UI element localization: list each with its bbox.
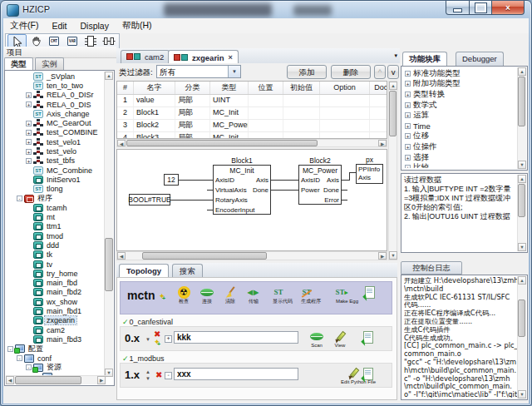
plugin-name-input[interactable] — [174, 331, 298, 344]
console-vertical-scrollbar[interactable]: ▲ ▼ — [517, 276, 526, 399]
tree-item[interactable]: tlong — [6, 185, 106, 194]
expand-toggle-icon[interactable]: + — [405, 155, 411, 161]
fbd-variable-px[interactable]: px PPIInfo Axis — [356, 164, 383, 184]
scroll-left-arrow[interactable]: ◀ — [117, 252, 126, 260]
expand-toggle-icon[interactable]: + — [405, 92, 411, 97]
tree-item[interactable]: main_fbd3 — [6, 334, 106, 344]
title-bar[interactable]: HZICP × — [1, 1, 531, 18]
editor-vertical-scrollbar[interactable]: ▲ ▼ — [388, 81, 397, 260]
tree-item[interactable]: mt — [6, 212, 106, 221]
export-node-file-button[interactable] — [357, 330, 380, 344]
tab-zxgearin[interactable]: zxgearin × — [168, 50, 239, 64]
library-category[interactable]: + Time — [403, 121, 518, 131]
table-row[interactable]: 3 Block2 局部 MC_Power — [117, 120, 387, 132]
scroll-left-arrow[interactable]: ◀ — [117, 140, 126, 146]
library-category[interactable]: + 位移 — [403, 131, 518, 142]
expand-toggle-icon[interactable]: - — [17, 355, 22, 361]
expand-toggle-icon[interactable]: + — [26, 139, 32, 145]
tree-item[interactable]: wx_show — [6, 297, 106, 306]
fbd-canvas[interactable]: 12 BOOL#TRUE Block1 MC_Init AxisIDAxisVi… — [116, 149, 387, 251]
tree-item[interactable]: + MC_GearOut — [6, 118, 106, 127]
add-plugin-icon[interactable]: ✦+ — [159, 292, 165, 300]
tree-item[interactable]: ten_to_two — [6, 81, 106, 90]
expand-toggle-icon[interactable]: + — [405, 71, 411, 77]
scroll-down-arrow[interactable]: ▼ — [518, 161, 526, 169]
move-up-button[interactable]: ^ — [374, 65, 386, 79]
scroll-down-arrow[interactable]: ▼ — [389, 251, 397, 260]
expand-toggle-icon[interactable]: - — [7, 346, 13, 352]
tab-type[interactable]: 类型 — [4, 57, 33, 70]
scroll-right-arrow[interactable]: ▶ — [97, 376, 106, 384]
scroll-up-arrow[interactable]: ▲ — [105, 72, 113, 80]
tree-item[interactable]: + test_velo1 — [6, 137, 106, 146]
tab-debugger[interactable]: Debugger — [456, 52, 504, 66]
fbd-block2-mc-power[interactable]: Block2 MC_Power AxisIDAxisPowerDoneError — [298, 165, 342, 205]
maximize-button[interactable] — [470, 1, 492, 15]
tree-item[interactable]: InitServo1 — [6, 175, 106, 184]
fbd-constant-12[interactable]: 12 — [164, 174, 179, 186]
library-category[interactable]: + 附加功能类型 — [403, 79, 518, 90]
table-row[interactable]: 1 value 局部 UINT — [117, 95, 387, 107]
column-header[interactable]: # — [117, 82, 134, 94]
library-category[interactable]: + 位操作 — [403, 141, 518, 152]
fbd-horizontal-scrollbar[interactable]: ◀ ▶ — [116, 251, 387, 260]
transfer-button[interactable]: ◀▶ 传输 — [242, 285, 265, 304]
close-tab-icon[interactable]: × — [229, 53, 233, 62]
tree-item[interactable]: _SVplan — [6, 72, 106, 81]
export-node-file-button[interactable] — [357, 367, 380, 380]
spinner-down-icon[interactable]: ▼ — [145, 376, 150, 381]
expand-toggle-icon[interactable]: + — [405, 144, 411, 150]
table-horizontal-scrollbar[interactable]: ◀ ▶ — [116, 139, 387, 147]
tree-item[interactable]: Axis_change — [6, 109, 106, 118]
inspect-button[interactable]: ☢ 检查 — [172, 285, 195, 304]
scrollbar-thumb[interactable] — [142, 252, 267, 260]
tree-item[interactable]: main_fbd1 — [6, 306, 106, 315]
tree-item[interactable]: - 配置 — [6, 344, 106, 354]
project-root-row[interactable]: mctn ✦+ ☢ 检查 连接 清除 ◀▶ 传输 — [120, 281, 392, 314]
tree-item[interactable]: ddd — [6, 240, 106, 250]
plugin-name-input[interactable] — [174, 368, 298, 380]
tree-item[interactable]: + RELA_0_DISr — [6, 91, 106, 100]
add-child-icon[interactable]: ✦+ — [154, 338, 160, 346]
class-filter-select[interactable]: 所有 ▼ — [156, 65, 241, 78]
expand-toggle-icon[interactable]: - — [26, 364, 32, 370]
library-category[interactable]: + 类型转换 — [403, 89, 518, 100]
menu-display[interactable]: Display — [74, 21, 116, 31]
scrollbar-thumb[interactable] — [15, 376, 81, 384]
console-log-header[interactable]: 控制台日志 — [401, 261, 462, 275]
tree-vertical-scrollbar[interactable]: ▲ ▼ — [104, 72, 113, 377]
scrollbar-thumb[interactable] — [126, 140, 318, 146]
expand-toggle-icon[interactable]: + — [405, 133, 411, 139]
collapse-plugin-icon[interactable]: - — [165, 372, 172, 379]
library-vertical-scrollbar[interactable]: ▲ ▼ — [517, 67, 526, 169]
tree-item[interactable]: MC_Combine — [6, 166, 106, 175]
generate-program-button[interactable]: ST 生成程序 — [295, 285, 318, 304]
scroll-down-arrow[interactable]: ▼ — [105, 369, 113, 377]
library-category[interactable]: + 运算 — [403, 110, 518, 121]
show-code-button[interactable]: ST 显示代码 — [267, 285, 290, 304]
make-egg-button[interactable]: ST Make Egg — [330, 285, 353, 304]
scrollbar-thumb[interactable] — [518, 300, 525, 337]
expand-toggle-icon[interactable]: + — [26, 121, 32, 126]
connect-button[interactable]: 连接 — [195, 285, 219, 304]
column-header[interactable]: 初始值 — [283, 82, 320, 94]
column-header[interactable]: Docum — [370, 82, 387, 94]
tab-topology[interactable]: Topology — [119, 264, 169, 277]
tree-item[interactable]: - 资源 — [6, 363, 106, 372]
expand-toggle-icon[interactable]: - — [17, 196, 22, 201]
tree-item[interactable]: main_fbd — [6, 279, 106, 288]
tree-item[interactable]: tk — [6, 250, 106, 260]
tab-search[interactable]: 搜索 — [172, 264, 203, 277]
tree-item[interactable]: + test_velo — [6, 146, 106, 156]
expand-toggle-icon[interactable]: + — [26, 158, 32, 164]
export-file-button[interactable] — [358, 285, 382, 299]
scroll-down-arrow[interactable]: ▼ — [518, 390, 526, 399]
expand-toggle-icon[interactable]: + — [405, 165, 411, 168]
spinner-up-icon[interactable]: ▲ — [145, 369, 150, 374]
scroll-right-arrow[interactable]: ▶ — [378, 252, 387, 260]
expand-toggle-icon[interactable]: + — [405, 81, 411, 87]
column-header[interactable]: 位置 — [249, 82, 283, 94]
library-category[interactable]: + 标准功能类型 — [403, 68, 518, 79]
expand-toggle-icon[interactable]: + — [26, 149, 32, 155]
spinner-down-icon[interactable]: ▼ — [145, 337, 150, 342]
